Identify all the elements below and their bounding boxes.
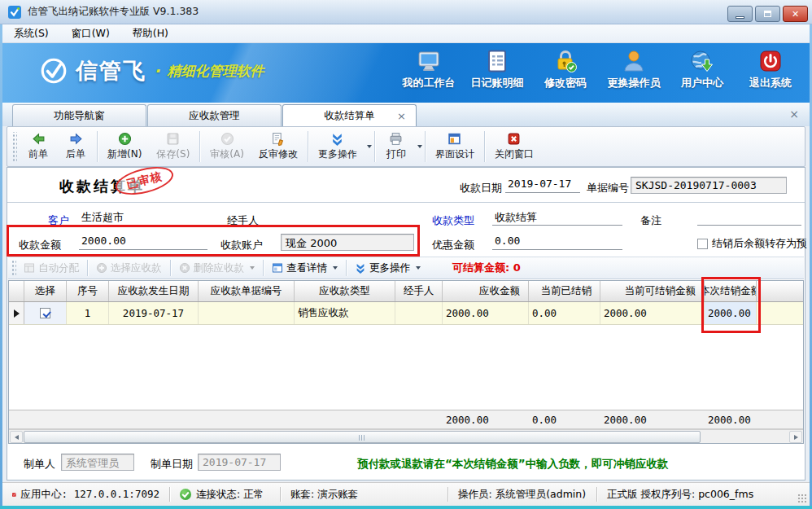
receipt-type-field[interactable]: 收款结算 xyxy=(492,210,622,226)
exit-system-button[interactable]: 退出系统 xyxy=(736,49,805,90)
unaudit-modify-button[interactable]: 反审修改 xyxy=(251,129,305,164)
header-handler[interactable]: 经手人 xyxy=(395,281,443,301)
receipt-date-field[interactable]: 2019-07-17 xyxy=(505,178,580,193)
transfer-balance-checkbox[interactable] xyxy=(697,239,708,249)
header-date[interactable]: 应收款发生日期 xyxy=(109,281,199,301)
app-window: 信管飞出纳记账软件专业版 V9.1.383 ✕ 系统(S) 窗口(W) 帮助(H… xyxy=(0,0,812,509)
menu-window[interactable]: 窗口(W) xyxy=(60,24,121,42)
header-seq[interactable]: 序号 xyxy=(67,281,109,301)
header-settled[interactable]: 当前已结销 xyxy=(529,281,600,301)
new-button[interactable]: 新增(N) xyxy=(100,129,149,164)
print-button[interactable]: 打印 xyxy=(378,129,415,164)
tab-receivables-mgmt[interactable]: 应收款管理 xyxy=(147,104,282,126)
left-arrow-icon xyxy=(15,435,19,440)
current-row-arrow-icon xyxy=(14,309,20,318)
journal-icon xyxy=(485,49,509,73)
table-row[interactable]: 1 2019-07-17 销售应收款 2000.00 0.00 2000.00 … xyxy=(9,302,803,325)
grid-header-row: 选择 序号 应收款发生日期 应收款单据编号 应收款类型 经手人 应收金额 当前已… xyxy=(9,281,803,302)
view-detail-button[interactable]: 查看详情 xyxy=(266,259,343,278)
change-password-button[interactable]: 修改密码 xyxy=(531,49,600,90)
toolbar-separator xyxy=(484,131,485,162)
workstation-button[interactable]: 我的工作台 xyxy=(395,49,463,90)
dropdown-caret-icon[interactable] xyxy=(416,266,421,270)
app-logo-icon xyxy=(8,6,21,19)
total-settled: 0.00 xyxy=(532,414,557,426)
row-this-settle-cell[interactable]: 2000.00 xyxy=(705,302,757,324)
minimize-button[interactable] xyxy=(727,6,753,22)
title-bar: 信管飞出纳记账软件专业版 V9.1.383 ✕ xyxy=(0,0,812,24)
toolbar-separator xyxy=(374,131,375,162)
scroll-right-arrow[interactable] xyxy=(789,431,802,443)
header-available[interactable]: 当前可结销金额 xyxy=(600,281,705,301)
user-center-button[interactable]: 用户中心 xyxy=(668,49,736,90)
document-close-icon[interactable]: × xyxy=(789,108,799,121)
handler-field[interactable] xyxy=(271,210,414,226)
scrollbar-thumb[interactable] xyxy=(24,431,701,443)
save-button[interactable]: 保存(S) xyxy=(149,129,197,164)
window-border-left xyxy=(0,24,2,506)
next-doc-button[interactable]: 后单 xyxy=(57,129,94,164)
switch-operator-button[interactable]: 更换操作员 xyxy=(600,49,668,90)
create-date-field: 2019-07-17 xyxy=(198,454,281,471)
toolbar-grip xyxy=(11,132,17,161)
menu-help[interactable]: 帮助(H) xyxy=(121,24,180,42)
user-center-globe-icon xyxy=(690,49,714,73)
horizontal-scrollbar[interactable] xyxy=(9,429,803,443)
header-amount[interactable]: 应收金额 xyxy=(443,281,529,301)
ui-design-button[interactable]: 界面设计 xyxy=(428,129,482,164)
restore-button[interactable] xyxy=(755,6,780,22)
header-indicator xyxy=(9,281,24,301)
amount-field[interactable]: 2000.00 xyxy=(79,235,207,250)
total-amount: 2000.00 xyxy=(446,414,489,426)
auto-assign-button[interactable]: 自动分配 xyxy=(18,259,85,278)
grid-totals-row: 2000.00 0.00 2000.00 2000.00 xyxy=(9,410,803,429)
close-button[interactable]: ✕ xyxy=(783,6,808,22)
remark-field[interactable] xyxy=(697,210,801,226)
add-circle-grey-icon xyxy=(96,262,107,274)
account-field[interactable]: 现金 2000 xyxy=(281,234,414,251)
receipt-type-label: 收款类型 xyxy=(432,213,474,228)
delete-receivable-button[interactable]: 删除应收款 xyxy=(173,259,261,278)
dropdown-caret-icon[interactable] xyxy=(417,145,422,148)
header-select[interactable]: 选择 xyxy=(24,281,67,301)
create-date-label: 制单日期 xyxy=(151,457,193,472)
close-window-button[interactable]: 关闭窗口 xyxy=(487,129,541,164)
handler-label: 经手人 xyxy=(227,213,259,228)
brand-slogan: 精细化管理软件 xyxy=(168,62,264,81)
toolbar-separator xyxy=(97,131,98,162)
discount-label: 优惠金额 xyxy=(432,238,474,252)
printer-icon xyxy=(389,132,403,146)
menu-system[interactable]: 系统(S) xyxy=(2,24,60,42)
scroll-left-arrow[interactable] xyxy=(10,431,23,443)
journal-detail-button[interactable]: 日记账明细 xyxy=(463,49,531,90)
transfer-balance-option[interactable]: 结销后余额转存为预 xyxy=(697,236,807,251)
header-docno[interactable]: 应收款单据编号 xyxy=(199,281,295,301)
dropdown-caret-icon[interactable] xyxy=(333,266,338,270)
main-toolbar: 前单 后单 新增(N) 保存(S) 审核(A) 反审修改 更多操作 xyxy=(7,126,805,167)
switch-user-icon xyxy=(622,49,646,73)
row-select-cell[interactable] xyxy=(24,302,67,324)
grid-more-actions-button[interactable]: 更多操作 xyxy=(349,259,426,278)
banner: 信管飞 · 精细化管理软件 我的工作台 日记账明细 xyxy=(2,43,810,103)
doc-no-label: 单据编号 xyxy=(587,181,629,195)
password-lock-icon xyxy=(553,49,578,73)
tab-receipt-settlement[interactable]: 收款结算单 × xyxy=(282,104,417,127)
select-receivable-button[interactable]: 选择应收款 xyxy=(90,259,168,278)
audit-button[interactable]: 审核(A) xyxy=(203,129,251,164)
customer-field[interactable]: 生活超市 xyxy=(79,210,207,226)
row-checkbox[interactable] xyxy=(40,308,50,318)
creator-label: 制单人 xyxy=(24,457,55,472)
discount-field[interactable]: 0.00 xyxy=(492,235,622,250)
add-circle-icon xyxy=(118,132,132,146)
dropdown-caret-icon[interactable] xyxy=(367,145,372,148)
resize-grip[interactable] xyxy=(797,494,807,503)
prev-doc-button[interactable]: 前单 xyxy=(20,129,57,164)
negative-amount-hint: 预付款或退款请在“本次结销金额”中输入负数，即可冲销应收款 xyxy=(357,457,668,472)
tab-function-nav[interactable]: 功能导航窗 xyxy=(12,104,146,126)
more-actions-button[interactable]: 更多操作 xyxy=(311,129,365,164)
header-filler xyxy=(757,281,803,301)
operator-status: 操作员: 系统管理员(admin) xyxy=(448,488,596,502)
header-type[interactable]: 应收款类型 xyxy=(295,281,395,301)
header-this-settle[interactable]: 本次结销金额 xyxy=(705,281,757,301)
tab-close-icon[interactable]: × xyxy=(397,111,406,121)
